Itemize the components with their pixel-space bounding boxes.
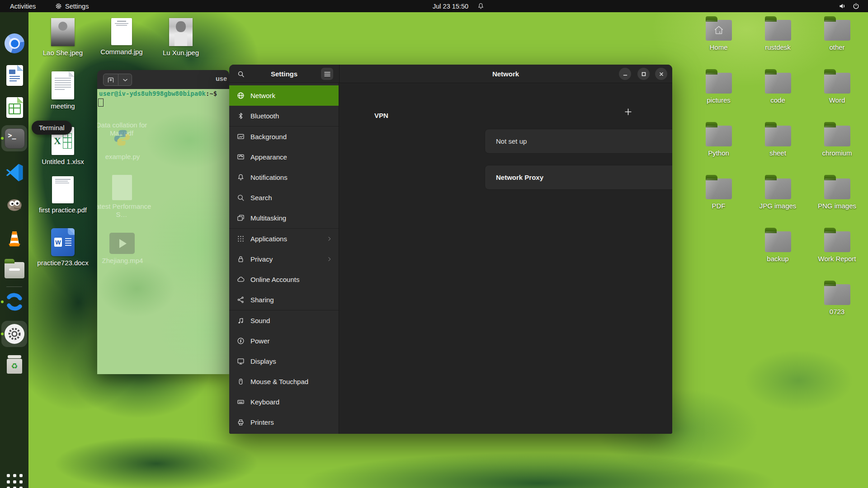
libreoffice-writer-dock-icon[interactable]: [3, 64, 26, 87]
tab-dropdown-button[interactable]: [118, 74, 132, 86]
desktop-file-meeting[interactable]: meeting: [34, 71, 91, 110]
terminal-titlebar[interactable]: use: [97, 70, 229, 89]
search-icon: [237, 194, 245, 202]
desktop-folder-pdf[interactable]: PDF: [689, 174, 748, 210]
desktop-folder-0723[interactable]: 0723: [807, 280, 867, 316]
folder-icon: [824, 73, 850, 94]
desktop-file-practice723-docx[interactable]: W practice723.docx: [34, 228, 91, 267]
sidebar-item-power[interactable]: Power: [229, 331, 339, 351]
terminal-title: use: [216, 75, 227, 82]
word-document-thumbnail: W: [51, 228, 75, 256]
sidebar-item-bluetooth[interactable]: Bluetooth: [229, 106, 339, 126]
sidebar-item-privacy[interactable]: Privacy: [229, 249, 339, 269]
sync-app-dock-icon[interactable]: [3, 290, 26, 314]
sidebar-item-search[interactable]: Search: [229, 188, 339, 208]
focused-app-indicator[interactable]: Settings: [55, 0, 89, 12]
desktop-folder-python[interactable]: Python: [689, 121, 748, 157]
chromium-dock-icon[interactable]: [3, 32, 26, 55]
desktop-folder-jpg-images[interactable]: JPG images: [748, 174, 807, 210]
close-button[interactable]: [655, 68, 667, 80]
power-icon: [237, 337, 245, 345]
libreoffice-calc-dock-icon[interactable]: [3, 96, 26, 119]
power-icon[interactable]: [853, 0, 859, 12]
settings-running-dot: [1, 333, 4, 335]
bell-icon: [237, 174, 245, 181]
prompt-tail: :~$: [206, 90, 217, 97]
desktop-folder-rustdesk[interactable]: rustdesk: [748, 15, 807, 52]
desktop-folder-png-images[interactable]: PNG images: [807, 174, 867, 210]
add-vpn-button[interactable]: [620, 103, 636, 120]
files-dock-icon[interactable]: [3, 258, 26, 282]
dock: >_: [0, 12, 28, 488]
sidebar-item-displays[interactable]: Displays: [229, 351, 339, 371]
settings-window: Settings Network Network Bluetooth: [229, 65, 672, 434]
lock-icon: [237, 255, 245, 263]
folder-icon: [765, 126, 791, 146]
clock[interactable]: Jul 23 15:50: [433, 0, 468, 12]
terminal-cursor: [98, 99, 104, 107]
keyboard-icon: [237, 398, 245, 406]
folder-icon: [706, 178, 732, 199]
desktop-folder-sheet[interactable]: sheet: [748, 121, 807, 157]
folder-icon: [824, 231, 850, 252]
sync-running-dot: [1, 300, 4, 303]
folder-icon: [824, 178, 850, 199]
hamburger-menu-button[interactable]: [321, 68, 333, 80]
vlc-dock-icon[interactable]: [3, 226, 26, 250]
sidebar-item-sharing[interactable]: Sharing: [229, 290, 339, 310]
cloud-icon: [237, 276, 245, 283]
dock-separator: [6, 286, 22, 287]
desktop-file-luxun[interactable]: Lu Xun.jpeg: [152, 18, 209, 57]
trash-dock-icon[interactable]: ♻: [3, 353, 26, 376]
sidebar-item-online-accounts[interactable]: Online Accounts: [229, 269, 339, 290]
gear-icon: [55, 3, 62, 9]
sidebar-item-sound[interactable]: Sound: [229, 310, 339, 331]
desktop-file-first-practice-pdf[interactable]: first practice.pdf: [34, 176, 91, 214]
terminal-prompt: user@iv-yds8uh998gbw80bipa0k:~$: [99, 90, 217, 97]
folder-icon: [706, 73, 732, 94]
desktop-file-laoshe[interactable]: Lao She.jpeg: [34, 18, 91, 57]
folder-icon: [765, 231, 791, 252]
sidebar-item-mouse-touchpad[interactable]: Mouse & Touchpad: [229, 371, 339, 392]
pdf-thumbnail: [52, 176, 74, 203]
sidebar-item-appearance[interactable]: Appearance: [229, 147, 339, 167]
desktop-folder-other[interactable]: other: [807, 15, 867, 52]
vscode-dock-icon[interactable]: [3, 160, 26, 184]
sidebar-item-keyboard[interactable]: Keyboard: [229, 392, 339, 412]
terminal-dock-icon[interactable]: >_: [3, 127, 26, 150]
occluded-document-icon: [112, 175, 132, 200]
desktop-folder-home[interactable]: Home: [689, 15, 748, 52]
sidebar-item-multitasking[interactable]: Multitasking: [229, 208, 339, 228]
maximize-button[interactable]: [637, 68, 650, 80]
activities-button[interactable]: Activities: [10, 0, 36, 12]
gimp-dock-icon[interactable]: [3, 192, 26, 216]
sidebar-item-background[interactable]: Background: [229, 127, 339, 147]
share-icon: [237, 296, 245, 304]
occluded-desktop-file-label: Zhejiang.mp4: [99, 257, 146, 265]
vpn-heading: VPN: [374, 112, 388, 119]
minimize-button[interactable]: [619, 68, 631, 80]
desktop-folder-word[interactable]: Word: [807, 68, 867, 104]
desktop-file-command[interactable]: Command.jpg: [93, 18, 150, 56]
folder-icon: [824, 126, 850, 146]
desktop-folder-chromium[interactable]: chromium: [807, 121, 867, 157]
network-proxy-row: Network Proxy Manual: [485, 165, 672, 190]
show-applications-icon[interactable]: [3, 470, 26, 488]
occluded-desktop-file-label: Latest Performance S…: [97, 202, 151, 219]
sidebar-item-network[interactable]: Network: [229, 85, 339, 106]
new-tab-button[interactable]: [103, 74, 118, 86]
appearance-icon: [237, 153, 245, 161]
sidebar-item-notifications[interactable]: Notifications: [229, 167, 339, 188]
desktop-folder-work-report[interactable]: Work Report: [807, 227, 867, 263]
sidebar-item-applications[interactable]: Applications: [229, 229, 339, 249]
folder-icon: [824, 20, 850, 41]
sidebar-item-printers[interactable]: Printers: [229, 412, 339, 432]
settings-dock-icon[interactable]: [3, 322, 26, 346]
folder-icon: [824, 284, 850, 305]
volume-icon[interactable]: [839, 0, 846, 12]
desktop-folder-backup[interactable]: backup: [748, 227, 807, 263]
desktop-folder-pictures[interactable]: pictures: [689, 68, 748, 104]
terminal-running-dot: [1, 137, 4, 140]
desktop-folder-code[interactable]: code: [748, 68, 807, 104]
notification-bell-icon: [477, 0, 484, 12]
